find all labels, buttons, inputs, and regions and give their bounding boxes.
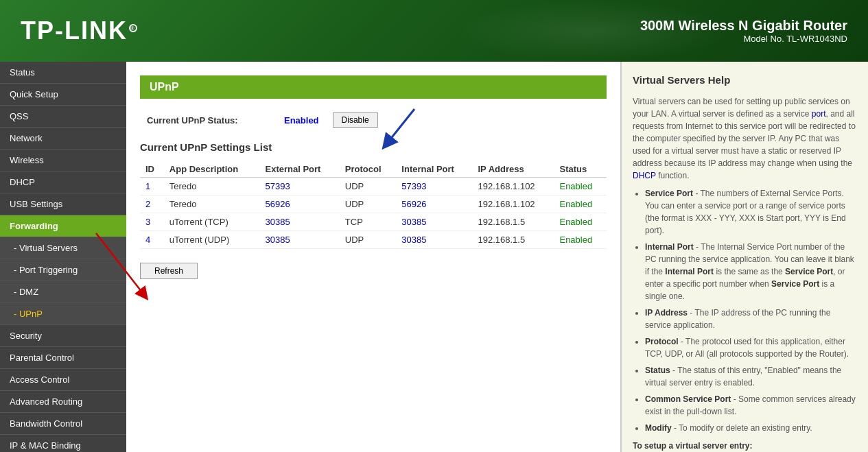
help-intro: Virtual servers can be used for setting … (633, 95, 857, 182)
cell-protocol: UDP (340, 195, 397, 213)
sidebar-item-bandwidth-control[interactable]: Bandwidth Control (0, 413, 126, 435)
status-value: Enabled (284, 115, 319, 126)
cell-ip: 192.168.1.102 (472, 178, 554, 195)
sidebar-item-forwarding[interactable]: Forwarding (0, 215, 126, 237)
page-title-bar: UPnP (140, 75, 607, 99)
cell-app: Teredo (164, 195, 260, 213)
cell-ext-port: 30385 (260, 231, 340, 249)
col-ext-port: External Port (260, 161, 340, 178)
table-row: 2 Teredo 56926 UDP 56926 192.168.1.102 E… (140, 195, 607, 213)
help-title: Virtual Servers Help (633, 73, 857, 88)
router-info: 300M Wireless N Gigabit Router Model No.… (640, 18, 847, 44)
sidebar-item-virtual-servers[interactable]: - Virtual Servers (0, 237, 126, 259)
help-bullet-status: Status - The status of this entry, "Enab… (645, 364, 857, 389)
cell-status: Enabled (554, 178, 607, 195)
main-layout: Status Quick Setup QSS Network Wireless … (0, 62, 868, 452)
sidebar: Status Quick Setup QSS Network Wireless … (0, 62, 126, 452)
cell-app: uTorrent (UDP) (164, 231, 260, 249)
table-row: 4 uTorrent (UDP) 30385 UDP 30385 192.168… (140, 231, 607, 249)
cell-ext-port: 57393 (260, 178, 340, 195)
cell-id: 3 (140, 213, 164, 231)
sidebar-item-network[interactable]: Network (0, 128, 126, 150)
cell-id: 1 (140, 178, 164, 195)
cell-ip: 192.168.1.5 (472, 231, 554, 249)
col-int-port: Internal Port (396, 161, 472, 178)
product-name: 300M Wireless N Gigabit Router (640, 18, 847, 34)
sidebar-item-security[interactable]: Security (0, 325, 126, 347)
col-app-desc: App Description (164, 161, 260, 178)
sidebar-item-access-control[interactable]: Access Control (0, 369, 126, 391)
sidebar-item-ip-mac-binding[interactable]: IP & MAC Binding (0, 435, 126, 452)
col-ip: IP Address (472, 161, 554, 178)
sidebar-item-quick-setup[interactable]: Quick Setup (0, 84, 126, 106)
help-bullet-modify: Modify - To modify or delete an existing… (645, 422, 857, 434)
help-bullets: Service Port - The numbers of External S… (633, 187, 857, 434)
content-area: UPnP Current UPnP Status: Enabled Dis (126, 62, 868, 452)
cell-int-port: 30385 (396, 213, 472, 231)
col-id: ID (140, 161, 164, 178)
refresh-button[interactable]: Refresh (140, 263, 198, 279)
sidebar-item-advanced-routing[interactable]: Advanced Routing (0, 391, 126, 413)
sidebar-item-port-triggering[interactable]: - Port Triggering (0, 259, 126, 281)
cell-int-port: 30385 (396, 231, 472, 249)
cell-int-port: 57393 (396, 178, 472, 195)
sidebar-item-upnp[interactable]: - UPnP (0, 303, 126, 325)
cell-status: Enabled (554, 213, 607, 231)
cell-id: 2 (140, 195, 164, 213)
help-panel: Virtual Servers Help Virtual servers can… (621, 62, 868, 452)
cell-id: 4 (140, 231, 164, 249)
sidebar-item-parental-control[interactable]: Parental Control (0, 347, 126, 369)
sidebar-item-usb-settings[interactable]: USB Settings (0, 193, 126, 215)
cell-ip: 192.168.1.5 (472, 213, 554, 231)
model-number: Model No. TL-WR1043ND (640, 34, 847, 44)
header: TP-LINK® 300M Wireless N Gigabit Router … (0, 0, 868, 62)
help-bullet-protocol: Protocol - The protocol used for this ap… (645, 335, 857, 360)
disable-button[interactable]: Disable (333, 112, 378, 128)
sidebar-item-dmz[interactable]: - DMZ (0, 281, 126, 303)
col-status: Status (554, 161, 607, 178)
blue-arrow-annotation (373, 106, 428, 154)
svg-line-1 (387, 109, 414, 143)
logo: TP-LINK® (21, 16, 137, 45)
cell-ext-port: 56926 (260, 195, 340, 213)
sidebar-item-wireless[interactable]: Wireless (0, 150, 126, 171)
status-label: Current UPnP Status: (147, 115, 270, 126)
table-row: 3 uTorrent (TCP) 30385 TCP 30385 192.168… (140, 213, 607, 231)
cell-protocol: UDP (340, 231, 397, 249)
cell-protocol: TCP (340, 213, 397, 231)
sidebar-item-status[interactable]: Status (0, 62, 126, 84)
help-bullet-common-port: Common Service Port - Some common servic… (645, 393, 857, 418)
cell-ip: 192.168.1.102 (472, 195, 554, 213)
upnp-table: ID App Description External Port Protoco… (140, 161, 607, 249)
help-bullet-ip-address: IP Address - The IP address of the PC ru… (645, 307, 857, 331)
cell-ext-port: 30385 (260, 213, 340, 231)
cell-int-port: 56926 (396, 195, 472, 213)
col-protocol: Protocol (340, 161, 397, 178)
cell-app: Teredo (164, 178, 260, 195)
help-bullet-internal-port: Internal Port - The Internal Service Por… (645, 241, 857, 302)
main-content: UPnP Current UPnP Status: Enabled Dis (126, 62, 620, 452)
sidebar-item-qss[interactable]: QSS (0, 106, 126, 128)
cell-status: Enabled (554, 231, 607, 249)
table-row: 1 Teredo 57393 UDP 57393 192.168.1.102 E… (140, 178, 607, 195)
cell-status: Enabled (554, 195, 607, 213)
sidebar-item-dhcp[interactable]: DHCP (0, 171, 126, 193)
help-bullet-service-port: Service Port - The numbers of External S… (645, 187, 857, 237)
cell-protocol: UDP (340, 178, 397, 195)
page-title: UPnP (150, 81, 179, 93)
cell-app: uTorrent (TCP) (164, 213, 260, 231)
setup-title: To setup a virtual server entry: (633, 440, 857, 452)
